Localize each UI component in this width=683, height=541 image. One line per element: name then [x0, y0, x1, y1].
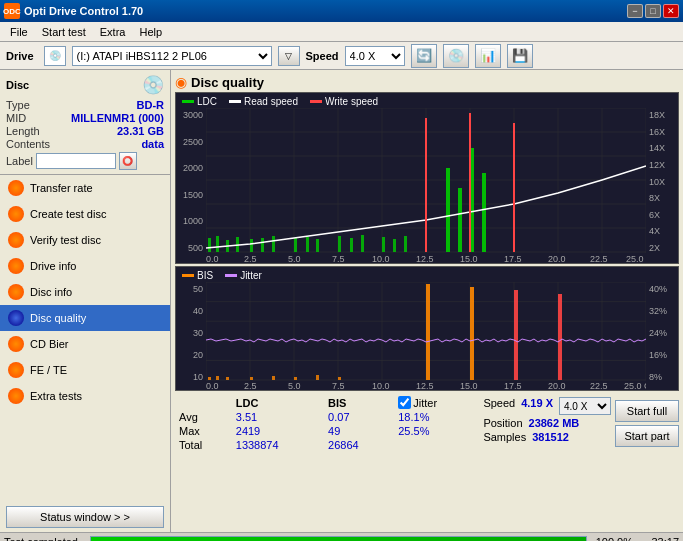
nav-transfer-rate[interactable]: Transfer rate	[0, 175, 170, 201]
nav-fe-te[interactable]: FE / TE	[0, 357, 170, 383]
y-axis-left-bottom: 5040302010	[176, 282, 206, 390]
charts-wrapper: LDC Read speed Write speed	[175, 92, 679, 528]
svg-rect-32	[382, 237, 385, 252]
svg-rect-77	[316, 375, 319, 380]
svg-rect-75	[272, 376, 275, 380]
jitter-checkbox[interactable]	[398, 396, 411, 409]
svg-text:2.5: 2.5	[244, 381, 257, 390]
svg-rect-28	[316, 239, 319, 252]
nav-label-create-test: Create test disc	[30, 208, 106, 220]
nav-create-test-disc[interactable]: Create test disc	[0, 201, 170, 227]
status-time: 33:17	[639, 536, 679, 542]
svg-text:10.0: 10.0	[372, 381, 390, 390]
graph-button[interactable]: 📊	[475, 44, 501, 68]
start-part-button[interactable]: Start part	[615, 425, 679, 447]
svg-rect-24	[261, 238, 264, 252]
total-ldc: 1338874	[232, 438, 324, 452]
chart-header: ◉ Disc quality	[175, 74, 679, 90]
svg-rect-19	[208, 238, 211, 252]
nav-icon-cd-bier	[8, 336, 24, 352]
stats-row-max: Max 2419 49 25.5%	[175, 424, 479, 438]
disc-icon-button[interactable]: 💿	[443, 44, 469, 68]
statusbar: Test completed 100.0% 33:17	[0, 532, 683, 541]
nav-extra-tests[interactable]: Extra tests	[0, 383, 170, 409]
drive-eject-button[interactable]: ▽	[278, 46, 300, 66]
speed-stat-select[interactable]: 4.0 X	[559, 397, 611, 415]
svg-rect-34	[404, 236, 407, 252]
svg-text:7.5: 7.5	[332, 254, 345, 263]
nav-label-verify-test: Verify test disc	[30, 234, 101, 246]
speed-select[interactable]: 4.0 X	[345, 46, 405, 66]
chart-bottom-svg: 0.0 2.5 5.0 7.5 10.0 12.5 15.0 17.5 20.0…	[206, 282, 646, 390]
svg-text:15.0: 15.0	[460, 254, 478, 263]
menu-file[interactable]: File	[4, 25, 34, 39]
label-label: Label	[6, 155, 33, 167]
minimize-button[interactable]: −	[627, 4, 643, 18]
progress-bar-fill	[91, 537, 586, 542]
nav-cd-bier[interactable]: CD Bier	[0, 331, 170, 357]
menubar: File Start test Extra Help	[0, 22, 683, 42]
label-icon-button[interactable]: ⭕	[119, 152, 137, 170]
nav-disc-info[interactable]: Disc info	[0, 279, 170, 305]
nav-label-extra-tests: Extra tests	[30, 390, 82, 402]
status-window-button[interactable]: Status window > >	[6, 506, 164, 528]
chart-icon: ◉	[175, 74, 187, 90]
nav-icon-disc-info	[8, 284, 24, 300]
start-full-button[interactable]: Start full	[615, 400, 679, 422]
svg-text:12.5: 12.5	[416, 381, 434, 390]
chart-top-svg: 0.0 2.5 5.0 7.5 10.0 12.5 15.0 17.5 20.0…	[206, 108, 646, 263]
nav-drive-info[interactable]: Drive info	[0, 253, 170, 279]
y-axis-right-top: 18X16X14X12X10X8X6X4X2X	[646, 108, 678, 263]
svg-text:2.5: 2.5	[244, 254, 257, 263]
speed-stat-value: 4.19 X	[521, 397, 553, 415]
max-ldc: 2419	[232, 424, 324, 438]
svg-rect-79	[426, 284, 430, 380]
maximize-button[interactable]: □	[645, 4, 661, 18]
nav-icon-disc-quality	[8, 310, 24, 326]
close-button[interactable]: ✕	[663, 4, 679, 18]
svg-text:7.5: 7.5	[332, 381, 345, 390]
nav-icon-verify-test	[8, 232, 24, 248]
svg-rect-25	[272, 236, 275, 252]
svg-text:20.0: 20.0	[548, 254, 566, 263]
svg-text:5.0: 5.0	[288, 254, 301, 263]
drive-icon: 💿	[44, 46, 66, 66]
stats-right-info: Speed 4.19 X 4.0 X Position 23862 MB Sam…	[483, 397, 611, 452]
drive-select[interactable]: (I:) ATAPI iHBS112 2 PL06	[72, 46, 272, 66]
nav-icon-drive-info	[8, 258, 24, 274]
drivebar: Drive 💿 (I:) ATAPI iHBS112 2 PL06 ▽ Spee…	[0, 42, 683, 70]
nav-verify-test-disc[interactable]: Verify test disc	[0, 227, 170, 253]
disc-section-title: Disc	[6, 79, 29, 91]
svg-rect-27	[306, 237, 309, 252]
svg-rect-35	[446, 168, 450, 252]
position-label: Position	[483, 417, 522, 429]
nav-items: Transfer rate Create test disc Verify te…	[0, 175, 170, 502]
menu-start-test[interactable]: Start test	[36, 25, 92, 39]
svg-text:15.0: 15.0	[460, 381, 478, 390]
contents-label: Contents	[6, 138, 50, 150]
legend-bis: BIS	[182, 270, 213, 281]
svg-text:0.0: 0.0	[206, 254, 219, 263]
titlebar: ODC Opti Drive Control 1.70 − □ ✕	[0, 0, 683, 22]
samples-label: Samples	[483, 431, 526, 443]
refresh-button[interactable]: 🔄	[411, 44, 437, 68]
progress-percent: 100.0%	[593, 536, 633, 542]
svg-text:17.5: 17.5	[504, 381, 522, 390]
left-panel: Disc 💿 Type BD-R MID MILLENMR1 (000) Len…	[0, 70, 171, 532]
nav-disc-quality[interactable]: Disc quality	[0, 305, 170, 331]
menu-extra[interactable]: Extra	[94, 25, 132, 39]
label-input[interactable]	[36, 153, 116, 169]
svg-rect-31	[361, 235, 364, 252]
menu-help[interactable]: Help	[133, 25, 168, 39]
speed-stat-label: Speed	[483, 397, 515, 415]
svg-rect-29	[338, 236, 341, 252]
svg-rect-30	[350, 238, 353, 252]
mid-label: MID	[6, 112, 26, 124]
contents-value: data	[141, 138, 164, 150]
svg-rect-23	[250, 239, 253, 252]
type-value: BD-R	[137, 99, 165, 111]
y-axis-left-top: 30002500200015001000500	[176, 108, 206, 263]
svg-text:17.5: 17.5	[504, 254, 522, 263]
y-axis-right-bottom: 40%32%24%16%8%	[646, 282, 678, 390]
save-button[interactable]: 💾	[507, 44, 533, 68]
